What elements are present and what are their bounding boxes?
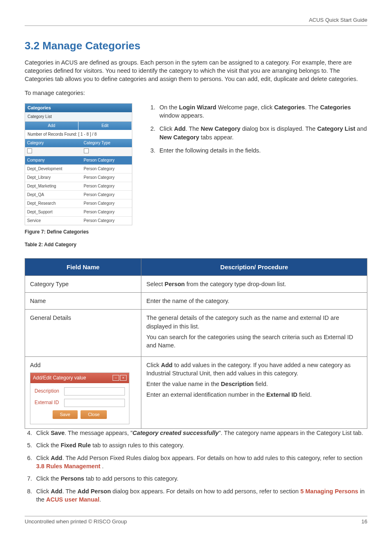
intro-paragraph: Categories in ACUS are defined as groups… — [25, 58, 367, 83]
step-4: Click Save. The message appears, "Catego… — [34, 429, 367, 437]
table-row: CompanyPerson Category — [25, 156, 132, 165]
categories-screenshot: Categories Category List Add Edit Number… — [25, 103, 132, 225]
table-row: Add Add/Edit Category value – × Descript… — [25, 356, 367, 428]
window-title: Categories — [25, 104, 132, 112]
link-managing-persons[interactable]: 5 Managing Persons — [300, 488, 358, 495]
table-row: Dept_ResearchPerson Category — [25, 199, 132, 208]
steps-list-a: On the Login Wizard Welcome page, click … — [148, 103, 367, 155]
label-external-id: External ID — [35, 399, 64, 406]
table-row: Dept_SupportPerson Category — [25, 208, 132, 217]
steps-list-b: Click Save. The message appears, "Catego… — [25, 429, 367, 504]
toolbar-edit: Edit — [78, 122, 132, 130]
table-caption: Table 2: Add Category — [25, 241, 136, 248]
col-category: Category — [25, 139, 82, 148]
table-row: General Details The general details of t… — [25, 310, 367, 356]
step-3: Enter the following details in the field… — [157, 146, 367, 155]
step-7: Click the Persons tab to add persons to … — [34, 474, 367, 483]
add-edit-panel: Add/Edit Category value – × Description … — [30, 372, 129, 424]
close-icon: × — [120, 375, 127, 381]
figure-caption: Figure 7: Define Categories — [25, 229, 136, 236]
page-header: ACUS Quick Start Guide — [25, 16, 367, 26]
table-row: Name Enter the name of the category. — [25, 293, 367, 310]
step-5: Click the Fixed Rule tab to assign rules… — [34, 441, 367, 449]
section-title: 3.2 Manage Categories — [25, 38, 367, 53]
label-description: Description — [35, 388, 64, 395]
table-row: Dept_DevelopmentPerson Category — [25, 165, 132, 173]
step-8: Click Add. The Add Person dialog box app… — [34, 487, 367, 504]
field-table: Field Name Description/ Procedure Catego… — [25, 258, 367, 429]
panel-title: Add/Edit Category value — [33, 375, 86, 382]
footer-left: Uncontrolled when printed © RISCO Group — [25, 518, 127, 525]
footer-page-number: 16 — [362, 518, 367, 525]
panel-close-button[interactable]: Close — [81, 410, 107, 419]
step-6: Click Add. The Add Person Fixed Rules di… — [34, 454, 367, 471]
table-row: Dept_MarketingPerson Category — [25, 182, 132, 191]
th-field-name: Field Name — [25, 258, 141, 275]
input-external-id[interactable] — [64, 399, 125, 407]
table-row: Dept_QAPerson Category — [25, 191, 132, 199]
link-rules-management[interactable]: 3.8 Rules Management — [36, 463, 100, 469]
panel-save-button[interactable]: Save — [53, 410, 78, 419]
step-2: Click Add. The New Category dialog box i… — [157, 125, 367, 141]
toolbar-add: Add — [25, 122, 78, 130]
link-acus-user-manual[interactable]: ACUS user Manual — [46, 496, 99, 503]
input-description[interactable] — [64, 387, 125, 395]
page-footer: Uncontrolled when printed © RISCO Group … — [25, 516, 367, 525]
filter-row — [25, 148, 132, 156]
minimize-icon: – — [113, 375, 119, 381]
tab-category-list: Category List — [25, 112, 132, 122]
table-row: Dept_LibraryPerson Category — [25, 173, 132, 182]
step-1: On the Login Wizard Welcome page, click … — [157, 103, 367, 120]
th-description: Description/ Procedure — [141, 258, 367, 275]
col-category-type: Category Type — [82, 139, 132, 148]
table-row: ServicePerson Category — [25, 217, 132, 225]
records-count: Number of Records Found: [ 1 - 8 ] / 8 — [25, 130, 132, 139]
lead-paragraph: To manage categories: — [25, 89, 367, 97]
table-row: Category Type Select Person from the cat… — [25, 275, 367, 292]
